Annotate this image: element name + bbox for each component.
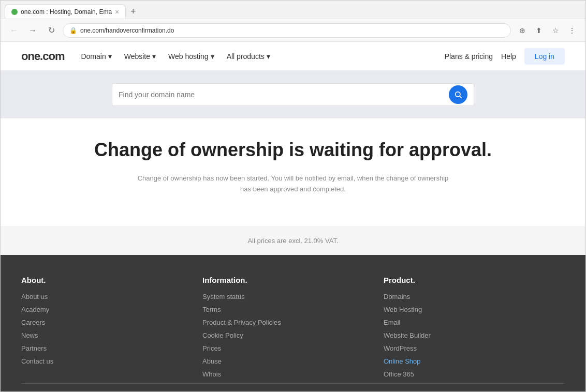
lock-icon: 🔒 (69, 27, 77, 34)
footer-link-website-builder[interactable]: Website Builder (384, 331, 565, 339)
site-nav: one.com Domain ▾ Website ▾ Web hosting ▾ (1, 42, 585, 71)
toolbar-right: ⊕ ⬆ ☆ ⋮ (515, 23, 579, 38)
footer-link-wordpress[interactable]: WordPress (384, 344, 565, 352)
browser-titlebar: one.com : Hosting, Domain, Ema × + (1, 1, 585, 19)
footer-link-careers[interactable]: Careers (21, 319, 202, 326)
search-banner (1, 71, 585, 118)
vat-section: All prices are excl. 21.0% VAT. (1, 226, 585, 255)
footer-col-information: Information. System status Terms Product… (202, 276, 384, 383)
zoom-icon[interactable]: ⊕ (515, 23, 530, 38)
login-button[interactable]: Log in (524, 48, 565, 65)
nav-links: Domain ▾ Website ▾ Web hosting ▾ All pro… (81, 52, 270, 61)
site-logo[interactable]: one.com (21, 50, 64, 63)
active-tab[interactable]: one.com : Hosting, Domain, Ema × (5, 4, 126, 19)
footer-link-privacy[interactable]: Product & Privacy Policies (202, 319, 384, 326)
footer-link-web-hosting[interactable]: Web Hosting (384, 306, 565, 313)
footer-link-academy[interactable]: Academy (21, 306, 202, 313)
tab-title: one.com : Hosting, Domain, Ema (21, 8, 112, 16)
website-dropdown-icon: ▾ (152, 52, 156, 61)
footer-about-heading: About. (21, 276, 202, 284)
footer-col-about: About. About us Academy Careers News Par… (21, 276, 202, 383)
footer-link-partners[interactable]: Partners (21, 344, 202, 352)
footer-link-terms[interactable]: Terms (202, 306, 384, 313)
tab-favicon (11, 9, 18, 15)
svg-point-0 (456, 92, 460, 97)
tab-close-button[interactable]: × (115, 8, 119, 16)
nav-item-website[interactable]: Website ▾ (124, 52, 156, 61)
search-input[interactable] (119, 91, 449, 99)
footer-link-news[interactable]: News (21, 331, 202, 339)
svg-line-1 (460, 96, 462, 98)
footer-link-prices[interactable]: Prices (202, 344, 384, 352)
plans-pricing-link[interactable]: Plans & pricing (445, 52, 493, 61)
footer-link-domains[interactable]: Domains (384, 293, 565, 300)
footer-information-heading: Information. (202, 276, 384, 284)
page-subtitle: Change of ownership has now been started… (133, 173, 453, 195)
footer-columns: About. About us Academy Careers News Par… (21, 276, 565, 383)
address-bar[interactable]: 🔒 one.com/handoverconfirmation.do (63, 23, 511, 38)
nav-item-allproducts[interactable]: All products ▾ (227, 52, 270, 61)
browser-toolbar: ← → ↻ 🔒 one.com/handoverconfirmation.do … (1, 19, 585, 42)
new-tab-button[interactable]: + (126, 4, 140, 19)
search-box (112, 83, 474, 106)
page-content: one.com Domain ▾ Website ▾ Web hosting ▾ (1, 42, 585, 391)
domain-dropdown-icon: ▾ (108, 52, 112, 61)
footer-link-online-shop[interactable]: Online Shop (384, 357, 565, 365)
refresh-button[interactable]: ↻ (44, 23, 58, 38)
footer-link-office365[interactable]: Office 365 (384, 370, 565, 378)
nav-item-domain[interactable]: Domain ▾ (81, 52, 111, 61)
footer-link-email[interactable]: Email (384, 319, 565, 326)
browser-window: one.com : Hosting, Domain, Ema × + ← → ↻… (0, 0, 586, 392)
page-title: Change of ownership is waiting for appro… (21, 139, 565, 161)
share-icon[interactable]: ⬆ (532, 23, 546, 38)
nav-right: Plans & pricing Help Log in (445, 48, 565, 65)
back-button[interactable]: ← (7, 23, 21, 38)
tab-bar: one.com : Hosting, Domain, Ema × + (5, 1, 140, 19)
bookmark-icon[interactable]: ☆ (548, 23, 563, 38)
footer-link-about-us[interactable]: About us (21, 293, 202, 300)
nav-item-webhosting[interactable]: Web hosting ▾ (168, 52, 214, 61)
footer-link-whois[interactable]: Whois (202, 370, 384, 378)
footer-col-product: Product. Domains Web Hosting Email Websi… (384, 276, 565, 383)
forward-button[interactable]: → (25, 23, 40, 38)
footer-link-abuse[interactable]: Abuse (202, 357, 384, 365)
main-content: Change of ownership is waiting for appro… (1, 118, 585, 205)
allproducts-dropdown-icon: ▾ (267, 52, 270, 61)
search-button[interactable] (449, 85, 467, 104)
footer-bottom: Copyright © 2002 - 2022 one.com. All rig… (21, 383, 565, 391)
help-link[interactable]: Help (501, 52, 516, 61)
footer-link-cookie[interactable]: Cookie Policy (202, 331, 384, 339)
footer-link-contact-us[interactable]: Contact us (21, 357, 202, 365)
vat-text: All prices are excl. 21.0% VAT. (247, 237, 338, 245)
url-text: one.com/handoverconfirmation.do (80, 27, 504, 34)
webhosting-dropdown-icon: ▾ (211, 52, 214, 61)
footer-link-system-status[interactable]: System status (202, 293, 384, 300)
footer: About. About us Academy Careers News Par… (1, 255, 585, 391)
more-menu-icon[interactable]: ⋮ (565, 23, 579, 38)
footer-product-heading: Product. (384, 276, 565, 284)
